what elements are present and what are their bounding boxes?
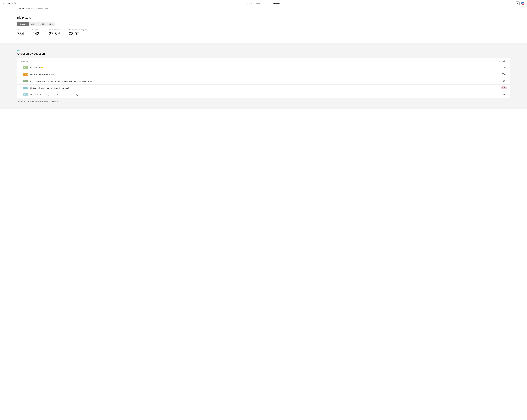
question-by-question-section: BETA Question by question Questions Drop… [0, 44, 527, 109]
stat-label: Average time to complete [69, 29, 87, 31]
question-text: I just wanna know a bit more about you. … [30, 87, 499, 89]
sort-icon [506, 61, 506, 62]
questions-column-label: Questions [21, 60, 28, 62]
welcome-icon: ▮▯1 [23, 66, 28, 69]
yes-no-icon: ✓4 [23, 87, 28, 89]
thankyou-icon: ▯▮5 [23, 93, 28, 96]
device-tab-desktop[interactable]: Desktop [29, 22, 38, 26]
question-type-glyph: ❝ [24, 80, 24, 82]
top-tab-create[interactable]: CREATE [247, 0, 253, 6]
questions-column-header[interactable]: Questions [21, 60, 29, 62]
question-type-glyph: ✓ [24, 87, 25, 89]
top-tabs: CREATECONNECTSHARERESULTS [247, 0, 280, 6]
device-tab-all-devices[interactable]: All Devices [17, 22, 29, 26]
drop-off-value: 8% [501, 80, 506, 83]
big-picture-title: Big picture [17, 16, 510, 19]
topbar-left: New typeform [2, 2, 17, 4]
drop-off-value: 3% [501, 93, 506, 96]
stat-value: 27.3% [49, 31, 60, 36]
statement-icon: ❝3 [23, 80, 28, 82]
top-tab-connect[interactable]: CONNECT [256, 0, 263, 6]
question-row[interactable]: ❝3Hey, I'm Bari! This is my first week h… [17, 78, 510, 85]
top-tab-results[interactable]: RESULTS [273, 0, 280, 6]
question-row[interactable]: ⎓2First things first. What's your name?3… [17, 71, 510, 78]
stat-starts: Starts754 [17, 29, 24, 36]
question-number: 3 [27, 80, 28, 82]
question-number: 2 [27, 74, 28, 75]
device-tab-mobile[interactable]: Mobile [38, 22, 47, 26]
question-text: That's it! Thanks a lot for your time an… [30, 94, 499, 96]
drop-off-value: 40% [501, 87, 506, 89]
question-number: 4 [27, 87, 28, 89]
top-bar: New typeform CREATECONNECTSHARERESULTS E… [0, 0, 527, 6]
question-table: Questions Drop-off ▮▯1Hey, welcome! 👋26%… [17, 58, 510, 98]
sub-tab-responses-[interactable]: RESPONSES [243] [36, 6, 48, 11]
topbar-right: ED [516, 1, 525, 5]
question-number: 1 [27, 67, 28, 68]
stat-value: 243 [32, 31, 40, 36]
dropoff-column-label: Drop-off [499, 60, 505, 62]
stat-average-time-to-complete: Average time to complete03:07 [69, 29, 87, 36]
question-row[interactable]: *✓4I just wanna know a bit more about yo… [17, 85, 510, 91]
back-arrow-icon[interactable] [2, 2, 5, 4]
question-type-glyph: ⎓ [24, 74, 25, 75]
stat-completion-rate: Completion rate27.3% [49, 29, 60, 36]
question-table-header: Questions Drop-off [17, 58, 510, 64]
stat-responses: Responses243 [32, 29, 40, 36]
big-picture-section: Big picture All DevicesDesktopMobileTabl… [0, 11, 527, 44]
question-row[interactable]: ▯▮5That's it! Thanks a lot for your time… [17, 91, 510, 98]
stat-label: Starts [17, 29, 24, 31]
stat-label: Completion rate [49, 29, 60, 31]
required-mark: * [21, 87, 21, 89]
user-avatar[interactable]: ED [521, 1, 525, 5]
question-text: First things first. What's your name? [30, 73, 499, 75]
question-number: 5 [27, 94, 28, 96]
eye-icon [516, 2, 519, 4]
feedback-line: Got feedback on the Results page in gene… [17, 100, 510, 102]
sub-tab-summary[interactable]: SUMMARY [26, 6, 33, 11]
question-row[interactable]: ▮▯1Hey, welcome! 👋26% [17, 64, 510, 71]
stat-label: Responses [32, 29, 40, 31]
question-type-glyph: ▯▮ [24, 94, 25, 96]
question-text: Hey, welcome! 👋 [30, 66, 499, 68]
device-tabs: All DevicesDesktopMobileTablet [17, 22, 55, 26]
drop-off-value: 26% [501, 66, 506, 69]
drop-off-value: 30% [501, 73, 506, 76]
feedback-text: Got feedback on the Results page in gene… [17, 100, 50, 102]
sub-tabs: INSIGHTSSUMMARYRESPONSES [243] [0, 6, 527, 11]
device-tab-tablet[interactable]: Tablet [47, 22, 55, 26]
stat-value: 03:07 [69, 31, 87, 36]
stats-row: Starts754Responses243Completion rate27.3… [17, 29, 510, 36]
question-type-glyph: ▮▯ [24, 67, 25, 68]
dropoff-column-header[interactable]: Drop-off [499, 60, 506, 62]
sub-tab-insights[interactable]: INSIGHTS [17, 6, 24, 11]
sort-icon [28, 61, 29, 62]
qbq-title: Question by question [17, 52, 510, 55]
top-tab-share[interactable]: SHARE [265, 0, 270, 6]
short-text-icon: ⎓2 [23, 73, 28, 76]
form-title[interactable]: New typeform [7, 2, 17, 4]
question-text: Hey, I'm Bari! This is my first week her… [30, 80, 499, 82]
preview-button[interactable] [516, 1, 520, 5]
beta-tag: BETA [17, 50, 510, 51]
feedback-link[interactable]: Let us know [50, 100, 58, 102]
stat-value: 754 [17, 31, 24, 36]
